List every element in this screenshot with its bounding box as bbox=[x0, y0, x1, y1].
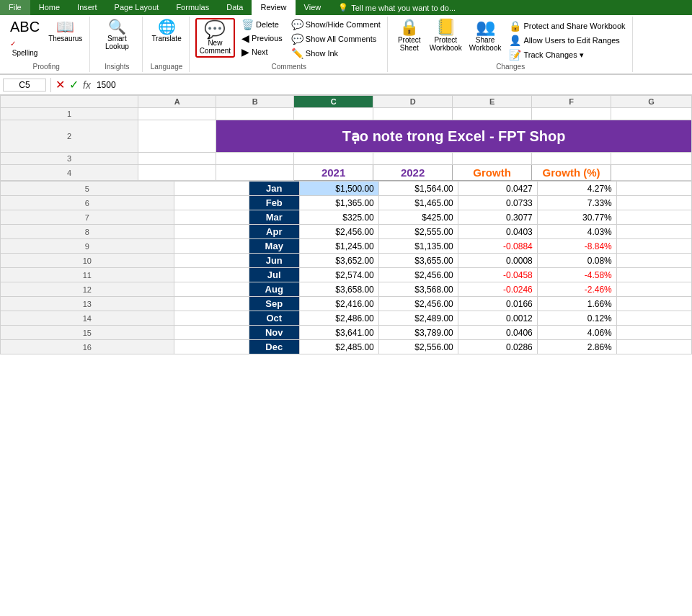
cell-b14-month[interactable]: Oct bbox=[249, 311, 299, 326]
cell-d11-val2022[interactable]: $2,456.00 bbox=[378, 268, 458, 282]
cell-b12-month[interactable]: Aug bbox=[249, 282, 299, 297]
cell-f8-pct[interactable]: 4.03% bbox=[537, 225, 616, 239]
cell-e14-growth[interactable]: 0.0012 bbox=[458, 311, 537, 326]
previous-button[interactable]: ◀ Previous bbox=[239, 32, 285, 45]
cell-a12[interactable] bbox=[174, 282, 249, 297]
cell-g10[interactable] bbox=[616, 254, 691, 268]
cell-g15[interactable] bbox=[616, 326, 691, 340]
cell-a5[interactable] bbox=[174, 182, 249, 196]
cell-g5[interactable] bbox=[616, 182, 691, 196]
cell-e9-growth[interactable]: -0.0884 bbox=[458, 239, 537, 254]
cell-c11-val2021[interactable]: $2,574.00 bbox=[299, 268, 378, 282]
cell-f12-pct[interactable]: -2.46% bbox=[537, 282, 616, 297]
protect-share-workbook-button[interactable]: 🔒 Protect and Share Workbook bbox=[507, 19, 627, 32]
col-header-b[interactable]: B bbox=[216, 96, 294, 108]
cell-b5-month[interactable]: Jan bbox=[249, 182, 299, 196]
tab-data[interactable]: Data bbox=[218, 0, 252, 15]
cell-e4-growth[interactable]: Growth bbox=[453, 165, 532, 181]
col-header-g[interactable]: G bbox=[611, 96, 692, 108]
cell-g12[interactable] bbox=[616, 282, 691, 297]
col-header-f[interactable]: F bbox=[532, 96, 611, 108]
cell-b11-month[interactable]: Jul bbox=[249, 268, 299, 282]
tab-page-layout[interactable]: Page Layout bbox=[106, 0, 168, 15]
cell-a11[interactable] bbox=[174, 268, 249, 282]
track-changes-button[interactable]: 📝 Track Changes ▾ bbox=[507, 48, 627, 61]
protect-sheet-button[interactable]: 🔒 ProtectSheet bbox=[394, 18, 425, 53]
cell-f1[interactable] bbox=[532, 108, 611, 120]
tab-review[interactable]: Review bbox=[252, 0, 295, 15]
cell-c13-val2021[interactable]: $2,416.00 bbox=[299, 297, 378, 311]
cell-e16-growth[interactable]: 0.0286 bbox=[458, 340, 537, 354]
cell-f3[interactable] bbox=[532, 153, 611, 165]
formula-input[interactable] bbox=[94, 79, 689, 91]
cell-g4[interactable] bbox=[611, 165, 692, 181]
cell-b16-month[interactable]: Dec bbox=[249, 340, 299, 354]
cell-e6-growth[interactable]: 0.0733 bbox=[458, 196, 537, 210]
allow-users-edit-ranges-button[interactable]: 👤 Allow Users to Edit Ranges bbox=[507, 34, 627, 47]
cell-c14-val2021[interactable]: $2,486.00 bbox=[299, 311, 378, 326]
share-workbook-button[interactable]: 👥 ShareWorkbook bbox=[466, 18, 505, 53]
cell-f5-pct[interactable]: 4.27% bbox=[537, 182, 616, 196]
cell-e15-growth[interactable]: 0.0406 bbox=[458, 326, 537, 340]
cell-b13-month[interactable]: Sep bbox=[249, 297, 299, 311]
cell-d8-val2022[interactable]: $2,555.00 bbox=[378, 225, 458, 239]
cell-f13-pct[interactable]: 1.66% bbox=[537, 297, 616, 311]
cell-a6[interactable] bbox=[174, 196, 249, 210]
cell-f15-pct[interactable]: 4.06% bbox=[537, 326, 616, 340]
cell-g6[interactable] bbox=[616, 196, 691, 210]
cell-g7[interactable] bbox=[616, 210, 691, 225]
cell-c3[interactable] bbox=[294, 153, 373, 165]
smart-lookup-button[interactable]: 🔍 Smart Lookup bbox=[96, 18, 138, 52]
confirm-formula-icon[interactable]: ✓ bbox=[69, 78, 79, 91]
cell-a8[interactable] bbox=[174, 225, 249, 239]
cell-g14[interactable] bbox=[616, 311, 691, 326]
cell-reference[interactable] bbox=[3, 79, 46, 91]
cell-c8-val2021[interactable]: $2,456.00 bbox=[299, 225, 378, 239]
tab-tell-me[interactable]: 💡 Tell me what you want to do... bbox=[329, 0, 464, 15]
cell-c5-val2021[interactable]: $1,500.00 bbox=[299, 182, 378, 196]
cell-e7-growth[interactable]: 0.3077 bbox=[458, 210, 537, 225]
cell-c4-year2021[interactable]: 2021 bbox=[294, 165, 373, 181]
cell-f16-pct[interactable]: 2.86% bbox=[537, 340, 616, 354]
thesaurus-button[interactable]: 📖 Thesaurus bbox=[45, 18, 85, 44]
cell-e12-growth[interactable]: -0.0246 bbox=[458, 282, 537, 297]
cell-g3[interactable] bbox=[611, 153, 692, 165]
cell-f4-growth-pct[interactable]: Growth (%) bbox=[532, 165, 611, 181]
cell-d14-val2022[interactable]: $2,489.00 bbox=[378, 311, 458, 326]
protect-workbook-button[interactable]: 📒 ProtectWorkbook bbox=[427, 18, 465, 53]
cell-e1[interactable] bbox=[453, 108, 532, 120]
col-header-c[interactable]: C bbox=[294, 96, 373, 108]
tab-file[interactable]: File bbox=[0, 0, 30, 15]
cell-b4[interactable] bbox=[216, 165, 294, 181]
spelling-button[interactable]: ABC✓ Spelling bbox=[7, 18, 43, 58]
title-cell[interactable]: Tạo note trong Excel - FPT Shop bbox=[216, 120, 692, 153]
cell-e8-growth[interactable]: 0.0403 bbox=[458, 225, 537, 239]
cell-a1[interactable] bbox=[138, 108, 216, 120]
delete-button[interactable]: 🗑️ Delete bbox=[239, 18, 285, 31]
cell-d9-val2022[interactable]: $1,135.00 bbox=[378, 239, 458, 254]
cell-a3[interactable] bbox=[138, 153, 216, 165]
cell-g13[interactable] bbox=[616, 297, 691, 311]
cell-d16-val2022[interactable]: $2,556.00 bbox=[378, 340, 458, 354]
cell-d13-val2022[interactable]: $2,456.00 bbox=[378, 297, 458, 311]
cell-b15-month[interactable]: Nov bbox=[249, 326, 299, 340]
cell-f9-pct[interactable]: -8.84% bbox=[537, 239, 616, 254]
show-hide-comment-button[interactable]: 💬 Show/Hide Comment bbox=[289, 18, 383, 31]
cell-d4-year2022[interactable]: 2022 bbox=[373, 165, 453, 181]
next-button[interactable]: ▶ Next bbox=[239, 45, 285, 58]
cell-b7-month[interactable]: Mar bbox=[249, 210, 299, 225]
cell-c15-val2021[interactable]: $3,641.00 bbox=[299, 326, 378, 340]
cell-a7[interactable] bbox=[174, 210, 249, 225]
cell-d1[interactable] bbox=[373, 108, 453, 120]
cell-c1[interactable] bbox=[294, 108, 373, 120]
cell-e10-growth[interactable]: 0.0008 bbox=[458, 254, 537, 268]
cell-d12-val2022[interactable]: $3,568.00 bbox=[378, 282, 458, 297]
cell-e13-growth[interactable]: 0.0166 bbox=[458, 297, 537, 311]
col-header-d[interactable]: D bbox=[373, 96, 453, 108]
cell-a4[interactable] bbox=[138, 165, 216, 181]
cell-b8-month[interactable]: Apr bbox=[249, 225, 299, 239]
show-ink-button[interactable]: ✏️ Show Ink bbox=[289, 47, 383, 60]
cell-a16[interactable] bbox=[174, 340, 249, 354]
cell-f11-pct[interactable]: -4.58% bbox=[537, 268, 616, 282]
cell-a14[interactable] bbox=[174, 311, 249, 326]
